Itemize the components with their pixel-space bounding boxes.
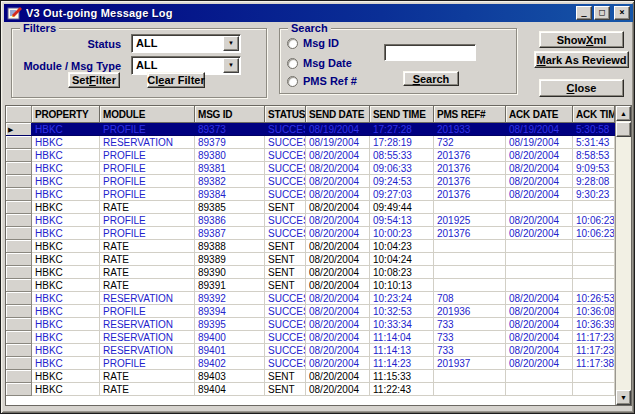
cell-ack-date: 08/20/2004 — [506, 162, 573, 175]
cell-send-date: 08/20/2004 — [306, 188, 370, 201]
radio-button-icon[interactable] — [287, 76, 298, 87]
table-row[interactable]: HBKCRATE89403SENT08/20/200411:15:33 — [6, 370, 615, 383]
table-row[interactable]: HBKCRATE89391SENT08/20/200410:10:13 — [6, 279, 615, 292]
message-log-grid: PROPERTYMODULEMSG IDSTATUSSEND DATESEND … — [5, 105, 632, 406]
cell-module: PROFILE — [100, 227, 195, 240]
table-row[interactable]: HBKCRESERVATION89379SUCCESS08/19/200417:… — [6, 136, 615, 149]
table-row[interactable]: HBKCRESERVATION89400SUCCESS08/20/200411:… — [6, 331, 615, 344]
row-selector[interactable] — [6, 383, 32, 396]
table-row[interactable]: HBKCPROFILE89384SUCCESS08/20/200409:27:0… — [6, 188, 615, 201]
table-row[interactable]: HBKCPROFILE89387SUCCESS08/20/200410:00:2… — [6, 227, 615, 240]
search-button[interactable]: Search — [403, 71, 459, 86]
cell-send-date: 08/20/2004 — [306, 292, 370, 305]
row-selector[interactable] — [6, 253, 32, 266]
table-row[interactable]: HBKCPROFILE89402SUCCESS08/20/200411:14:2… — [6, 357, 615, 370]
table-row[interactable]: HBKCPROFILE89394SUCCESS08/20/200410:32:5… — [6, 305, 615, 318]
cell-module: PROFILE — [100, 188, 195, 201]
set-filter-button[interactable]: Set Filter — [68, 72, 120, 88]
status-select-value: ALL — [132, 35, 223, 52]
search-input[interactable] — [384, 44, 476, 61]
column-header[interactable]: ACK TIME — [573, 106, 615, 123]
row-selector[interactable] — [6, 149, 32, 162]
cell-module: PROFILE — [100, 162, 195, 175]
row-selector[interactable] — [6, 136, 32, 149]
column-header[interactable]: PMS REF# — [434, 106, 506, 123]
table-row[interactable]: HBKCRATE89389SENT08/20/200410:04:24 — [6, 253, 615, 266]
radio-msg-date[interactable]: Msg Date — [287, 57, 352, 69]
row-selector[interactable] — [6, 331, 32, 344]
row-selector[interactable] — [6, 292, 32, 305]
cell-ack-date — [506, 266, 573, 279]
module-dropdown-arrow-icon[interactable]: ▼ — [223, 58, 239, 73]
vertical-scrollbar[interactable]: ▲ ▼ — [615, 106, 631, 405]
cell-msg-id: 89373 — [195, 123, 265, 136]
cell-status: SUCCESS — [265, 227, 306, 240]
row-selector[interactable] — [6, 344, 32, 357]
cell-pms-ref — [434, 370, 506, 383]
table-row[interactable]: HBKCPROFILE89382SUCCESS08/20/200409:24:5… — [6, 175, 615, 188]
table-row[interactable]: HBKCPROFILE89380SUCCESS08/20/200408:55:3… — [6, 149, 615, 162]
column-header[interactable]: SEND TIME — [370, 106, 434, 123]
row-selector[interactable] — [6, 227, 32, 240]
column-header[interactable]: MODULE — [100, 106, 195, 123]
cell-ack-time — [573, 370, 615, 383]
table-row[interactable]: HBKCRESERVATION89392SUCCESS08/20/200410:… — [6, 292, 615, 305]
status-select[interactable]: ALL ▼ — [131, 34, 241, 53]
row-selector[interactable] — [6, 175, 32, 188]
mark-as-reviewed-button[interactable]: Mark As Reviewd — [534, 51, 629, 68]
table-row[interactable]: HBKCPROFILE89386SUCCESS08/20/200409:54:1… — [6, 214, 615, 227]
cell-pms-ref — [434, 253, 506, 266]
column-header[interactable]: SEND DATE — [306, 106, 370, 123]
row-pointer-icon[interactable]: ▶ — [6, 123, 32, 136]
scroll-down-button[interactable]: ▼ — [616, 390, 631, 405]
column-header[interactable]: ACK DATE — [506, 106, 573, 123]
radio-pms-ref[interactable]: PMS Ref # — [287, 75, 357, 87]
row-selector[interactable] — [6, 162, 32, 175]
cell-msg-id: 89386 — [195, 214, 265, 227]
scrollbar-thumb[interactable] — [616, 122, 631, 137]
table-row[interactable]: HBKCRESERVATION89395SUCCESS08/20/200410:… — [6, 318, 615, 331]
maximize-button[interactable]: □ — [594, 6, 610, 20]
row-selector[interactable] — [6, 240, 32, 253]
row-selector[interactable] — [6, 318, 32, 331]
cell-ack-date: 08/20/2004 — [506, 318, 573, 331]
row-selector[interactable] — [6, 266, 32, 279]
minimize-button[interactable]: _ — [576, 6, 592, 20]
close-window-button[interactable]: × — [614, 6, 630, 20]
table-row[interactable]: HBKCPROFILE89381SUCCESS08/20/200409:06:3… — [6, 162, 615, 175]
status-dropdown-arrow-icon[interactable]: ▼ — [223, 36, 239, 51]
close-button[interactable]: Close — [539, 79, 624, 97]
radio-button-icon[interactable] — [287, 38, 298, 49]
row-selector[interactable] — [6, 188, 32, 201]
table-row[interactable]: HBKCRATE89404SENT08/20/200411:22:43 — [6, 383, 615, 396]
cell-ack-date: 08/19/2004 — [506, 123, 573, 136]
title-bar[interactable]: V3 Out-going Message Log _ □ × — [4, 4, 633, 22]
row-selector[interactable] — [6, 357, 32, 370]
cell-ack-time — [573, 266, 615, 279]
cell-pms-ref: 201376 — [434, 188, 506, 201]
show-xml-button[interactable]: Show Xml — [539, 31, 624, 48]
column-header[interactable]: PROPERTY — [32, 106, 100, 123]
radio-msg-id[interactable]: Msg ID — [287, 37, 339, 49]
row-selector[interactable] — [6, 201, 32, 214]
row-selector[interactable] — [6, 279, 32, 292]
row-selector[interactable] — [6, 370, 32, 383]
scrollbar-track[interactable] — [616, 137, 631, 390]
column-header[interactable]: STATUS — [265, 106, 306, 123]
cell-ack-time: 9:30:23 — [573, 188, 615, 201]
table-row[interactable]: HBKCRATE89390SENT08/20/200410:08:23 — [6, 266, 615, 279]
column-header[interactable]: MSG ID — [195, 106, 265, 123]
cell-property: HBKC — [32, 175, 100, 188]
table-row[interactable]: ▶HBKCPROFILE89373SUCCESS08/19/200417:27:… — [6, 123, 615, 136]
table-row[interactable]: HBKCRESERVATION89401SUCCESS08/20/200411:… — [6, 344, 615, 357]
scroll-up-button[interactable]: ▲ — [616, 106, 631, 121]
table-row[interactable]: HBKCRATE89385SENT08/20/200409:49:44 — [6, 201, 615, 214]
module-label: Module / Msg Type — [21, 60, 121, 72]
radio-button-icon[interactable] — [287, 58, 298, 69]
cell-pms-ref: 201376 — [434, 175, 506, 188]
table-row[interactable]: HBKCRATE89388SENT08/20/200410:04:23 — [6, 240, 615, 253]
cell-status: SUCCESS — [265, 175, 306, 188]
row-selector[interactable] — [6, 305, 32, 318]
row-selector[interactable] — [6, 214, 32, 227]
clear-filter-button[interactable]: Clear Filter — [147, 72, 205, 88]
